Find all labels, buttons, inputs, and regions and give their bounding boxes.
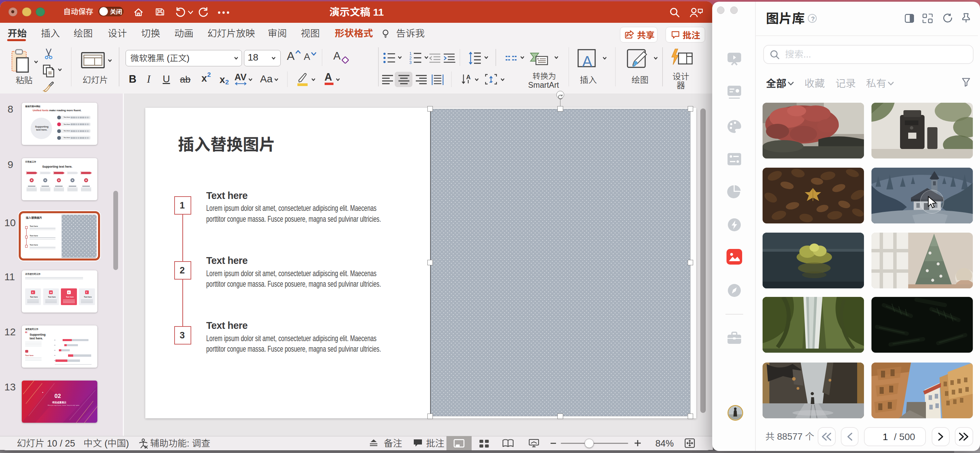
- svg-text:A: A: [466, 74, 471, 81]
- svg-text:A: A: [582, 53, 592, 69]
- svg-text:3: 3: [409, 60, 412, 65]
- svg-text:2: 2: [409, 56, 412, 60]
